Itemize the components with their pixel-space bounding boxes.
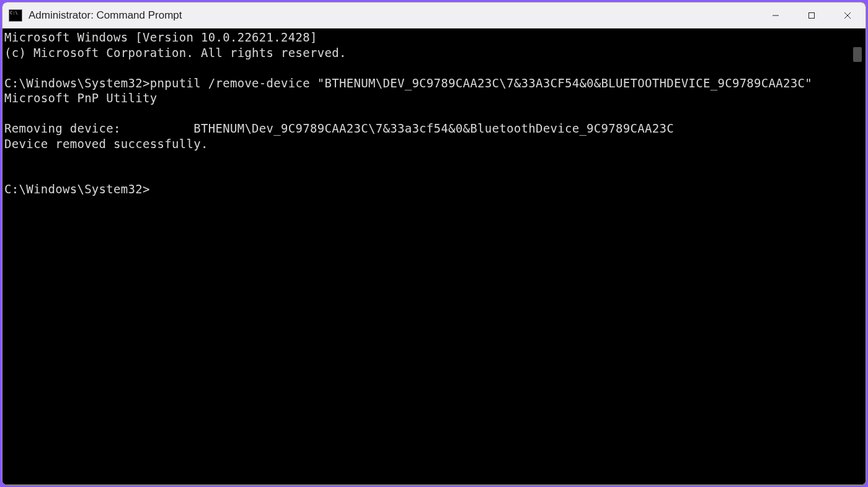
scrollbar-thumb[interactable] [853, 47, 862, 62]
maximize-button[interactable] [794, 2, 830, 28]
terminal-area: Microsoft Windows [Version 10.0.22621.24… [2, 29, 866, 485]
maximize-icon [808, 12, 815, 19]
close-icon [844, 12, 851, 19]
minimize-button[interactable] [758, 2, 794, 28]
minimize-icon [772, 12, 779, 19]
window-controls [758, 2, 866, 28]
cmd-icon [9, 9, 22, 22]
svg-rect-1 [809, 12, 815, 18]
window-title: Administrator: Command Prompt [29, 9, 758, 22]
close-button[interactable] [830, 2, 866, 28]
titlebar[interactable]: Administrator: Command Prompt [2, 2, 866, 29]
scrollbar[interactable] [849, 29, 866, 485]
command-prompt-window: Administrator: Command Prompt Microsoft [2, 2, 866, 485]
terminal-output[interactable]: Microsoft Windows [Version 10.0.22621.24… [2, 29, 849, 485]
